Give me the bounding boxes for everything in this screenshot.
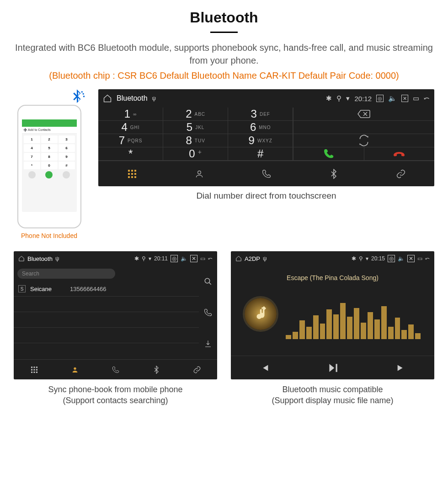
tab-calls[interactable]: [95, 360, 136, 379]
key-2[interactable]: 2ABC: [163, 108, 228, 121]
svg-point-23: [74, 367, 76, 369]
dialpad: 1∞ 2ABC 3DEF 4GHI 5JKL 6MNO 7PQRS 8TUV 9…: [98, 108, 293, 161]
swap-button[interactable]: [293, 134, 434, 147]
close-app-icon[interactable]: ✕: [401, 95, 408, 102]
location-icon: ⚲: [142, 255, 146, 262]
album-art-icon: [245, 298, 277, 330]
bluetooth-status-icon: ✱: [134, 255, 139, 262]
bottom-nav-phonebook: [14, 359, 217, 379]
svg-point-12: [197, 171, 201, 174]
key-5[interactable]: 5JKL: [163, 121, 228, 134]
key-6[interactable]: 6MNO: [228, 121, 293, 134]
key-0[interactable]: 0+: [163, 147, 228, 161]
bluetooth-status-icon: ✱: [352, 255, 356, 262]
tab-calls[interactable]: [233, 161, 300, 186]
dialer-caption: Dial number direct from touchscreen: [98, 191, 434, 201]
camera-icon[interactable]: ◎: [388, 255, 395, 262]
phone-add-contacts: ➕ Add to Contacts: [22, 127, 77, 134]
tab-link[interactable]: [176, 360, 217, 379]
prev-track-button[interactable]: [260, 363, 270, 373]
recent-apps-icon[interactable]: ▭: [413, 94, 419, 103]
bluetooth-status-icon: ✱: [326, 94, 332, 103]
wifi-icon: ▾: [346, 94, 350, 103]
empty-row: [293, 121, 434, 134]
home-icon[interactable]: [103, 94, 112, 103]
close-app-icon[interactable]: ✕: [190, 255, 197, 262]
volume-icon[interactable]: 🔈: [388, 94, 397, 103]
svg-point-1: [82, 93, 84, 94]
camera-icon[interactable]: ◎: [376, 95, 384, 102]
play-pause-button[interactable]: [327, 362, 339, 374]
tab-bluetooth[interactable]: [300, 161, 367, 186]
tab-dialpad[interactable]: [98, 161, 165, 186]
next-track-button[interactable]: [396, 363, 406, 373]
location-icon: ⚲: [359, 255, 363, 262]
key-star[interactable]: *: [98, 147, 163, 161]
hangup-button[interactable]: [364, 147, 434, 161]
tab-link[interactable]: [367, 161, 434, 186]
home-icon[interactable]: [18, 255, 25, 262]
tab-contacts[interactable]: [54, 360, 95, 379]
key-8[interactable]: 8TUV: [163, 134, 228, 147]
phone-key-star: *: [24, 162, 40, 169]
status-bar-music: A2DP ψ ✱ ⚲ ▾ 20:15 ◎ 🔈 ✕ ▭ ⤺: [231, 251, 434, 266]
contact-initial: S: [18, 285, 26, 292]
backspace-button[interactable]: [293, 108, 434, 121]
contact-number: 13566664466: [70, 286, 107, 292]
usb-icon: ψ: [55, 255, 59, 262]
phone-key-6: 6: [59, 144, 75, 152]
app-title: Bluetooth: [117, 94, 148, 103]
download-contacts-icon[interactable]: [204, 340, 212, 348]
empty-row: [14, 297, 199, 312]
back-icon[interactable]: ⤺: [208, 255, 213, 262]
page-title: Bluetooth: [0, 9, 448, 26]
wifi-icon: ▾: [366, 255, 368, 262]
tab-contacts[interactable]: [165, 161, 233, 186]
volume-icon[interactable]: 🔈: [398, 255, 405, 262]
phone-caption: Phone Not Included: [21, 232, 77, 239]
key-1[interactable]: 1∞: [98, 108, 163, 121]
svg-rect-3: [128, 170, 130, 172]
camera-icon[interactable]: ◎: [171, 255, 178, 262]
home-icon[interactable]: [235, 255, 242, 262]
phone-backspace-icon: [63, 171, 70, 178]
phone-key-8: 8: [41, 153, 58, 161]
key-4[interactable]: 4GHI: [98, 121, 163, 134]
search-icon[interactable]: [204, 277, 212, 286]
back-icon[interactable]: ⤺: [424, 94, 430, 103]
phone-key-0: 0: [41, 162, 58, 169]
key-7[interactable]: 7PQRS: [98, 134, 163, 147]
phone-key-1: 1: [24, 135, 40, 143]
key-hash[interactable]: #: [228, 147, 293, 161]
recent-apps-icon[interactable]: ▭: [200, 255, 205, 262]
back-icon[interactable]: ⤺: [425, 255, 430, 262]
clock: 20:11: [154, 255, 168, 262]
recent-apps-icon[interactable]: ▭: [417, 255, 422, 262]
svg-rect-5: [134, 170, 136, 172]
usb-icon: ψ: [263, 255, 267, 262]
music-caption: Bluetooth music compatible (Support disp…: [231, 384, 434, 406]
contact-name: Seicane: [30, 286, 52, 292]
call-button[interactable]: [293, 147, 363, 161]
music-visualizer: Escape (The Pina Colada Song): [231, 266, 434, 356]
svg-rect-11: [134, 176, 136, 178]
svg-rect-16: [36, 367, 37, 368]
phone-key-4: 4: [24, 144, 40, 152]
phonebook-device: Bluetooth ψ ✱ ⚲ ▾ 20:11 ◎ 🔈 ✕ ▭ ⤺ Search: [14, 251, 217, 379]
call-contact-icon[interactable]: [204, 308, 212, 317]
close-app-icon[interactable]: ✕: [407, 255, 415, 262]
svg-rect-14: [31, 367, 32, 368]
search-input[interactable]: Search: [17, 269, 115, 279]
svg-rect-20: [31, 371, 32, 373]
phone-key-hash: #: [59, 162, 75, 169]
tab-dialpad[interactable]: [14, 360, 54, 379]
app-title-phonebook: Bluetooth: [27, 255, 53, 262]
svg-rect-18: [33, 369, 35, 370]
key-9[interactable]: 9WXYZ: [228, 134, 293, 147]
contact-row[interactable]: S Seicane 13566664466: [14, 281, 199, 297]
volume-icon[interactable]: 🔈: [181, 255, 187, 262]
phonebook-caption: Sync phone-book from mobile phone (Suppo…: [14, 384, 217, 406]
key-3[interactable]: 3DEF: [228, 108, 293, 121]
tab-bluetooth[interactable]: [136, 360, 176, 379]
wifi-icon: ▾: [149, 255, 151, 262]
